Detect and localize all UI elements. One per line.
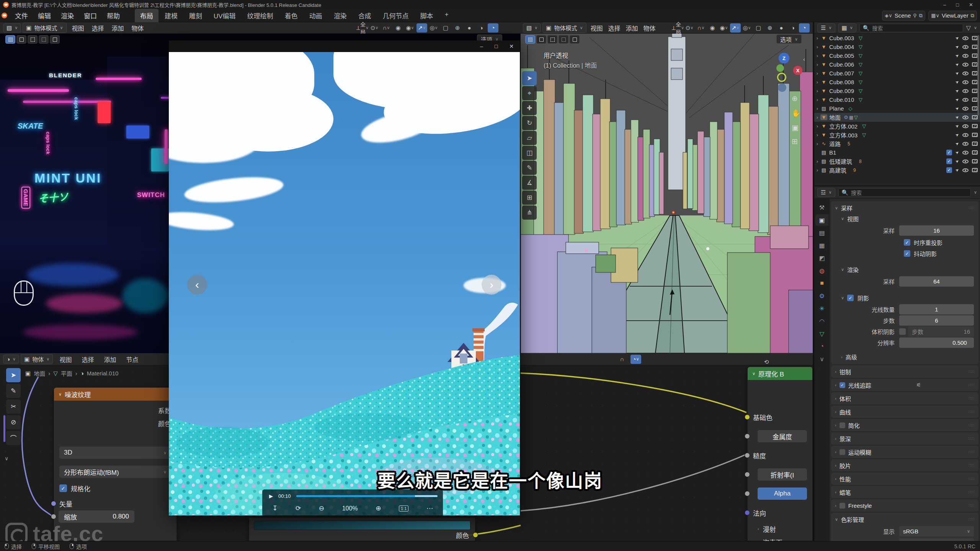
bsdf-input-row[interactable]: 糙度	[748, 446, 812, 465]
expand-icon[interactable]: ›	[814, 35, 820, 41]
visibility-eye-icon[interactable]	[962, 133, 969, 137]
expand-icon[interactable]: ›	[814, 44, 820, 50]
selectable-icon[interactable]: ➤	[954, 167, 960, 173]
select-mode-circle[interactable]	[28, 35, 38, 44]
select-mode-lasso[interactable]	[559, 35, 568, 44]
render-camera-icon[interactable]	[972, 106, 978, 111]
expand-icon[interactable]: ›	[814, 158, 820, 164]
render-camera-icon[interactable]	[972, 54, 978, 58]
gizmo-y-axis[interactable]	[776, 64, 784, 72]
properties-tab[interactable]: ∨	[815, 353, 828, 365]
copy-icon[interactable]: ⧉	[971, 13, 974, 19]
colorramp-node[interactable]: 颜色	[249, 517, 475, 541]
sidebar-collapse-icon[interactable]: ‹	[803, 56, 805, 62]
workspace-tab[interactable]: 动画	[304, 9, 328, 22]
expand-icon[interactable]: ›	[814, 114, 820, 120]
select-mode-paint[interactable]	[570, 35, 580, 44]
colorramp-output-socket[interactable]	[473, 532, 478, 538]
visibility-eye-icon[interactable]	[962, 63, 969, 67]
section-checkbox[interactable]	[840, 449, 845, 455]
zoom-in-icon[interactable]: ⊕	[376, 504, 381, 512]
render-camera-icon[interactable]	[972, 62, 978, 67]
visibility-eye-icon[interactable]	[962, 98, 969, 102]
viewport-header-icon[interactable]: ◉	[707, 23, 718, 33]
input-socket[interactable]	[745, 434, 750, 439]
expand-icon[interactable]: ›	[814, 53, 820, 59]
viewport-tool-button[interactable]: ∡	[522, 176, 537, 190]
select-mode-box[interactable]	[536, 35, 546, 44]
viewport-header-icon[interactable]: ⊙∨	[684, 23, 695, 33]
outliner-row[interactable]: › ▼ 立方体.003 ▽ ➤	[814, 130, 980, 139]
viewport-header-icon[interactable]: ∩∨	[696, 23, 706, 33]
viewport-header-icon[interactable]: ∩∨	[381, 23, 392, 33]
video-content[interactable]: ‹ › ▶ 00:10 ↧⟳⊖100%⊕1:1⋯	[169, 52, 520, 515]
property-section[interactable]: › 曲线 ∷∷	[831, 406, 978, 418]
viewport-header-icon[interactable]: ⊕	[452, 23, 463, 33]
menu-item[interactable]: 渲染	[56, 9, 79, 22]
input-socket[interactable]	[745, 414, 750, 420]
property-section[interactable]: › ✓ 光线追踪 ⚟ ∷∷	[831, 379, 978, 391]
shadows-subsection[interactable]: ∨✓阴影	[831, 292, 978, 303]
bsdf-input-row[interactable]: Alpha	[748, 484, 812, 503]
input-socket[interactable]	[745, 510, 750, 515]
advanced-subsection[interactable]: ›高级	[831, 351, 978, 362]
visibility-eye-icon[interactable]	[962, 151, 969, 155]
properties-tab[interactable]: ■	[815, 277, 828, 289]
select-mode-circle[interactable]	[547, 35, 557, 44]
render-camera-icon[interactable]	[972, 45, 978, 49]
properties-tab[interactable]: ▽	[815, 328, 828, 339]
render-camera-icon[interactable]	[972, 159, 978, 163]
toolbar-collapse-icon[interactable]: ∨	[5, 455, 8, 461]
workspace-tab[interactable]: +	[439, 9, 454, 22]
properties-tab[interactable]: ◠	[815, 315, 828, 327]
selectable-icon[interactable]: ➤	[954, 123, 960, 129]
maximize-button[interactable]: □	[495, 43, 498, 49]
property-section[interactable]: › 胶片 ∷∷	[831, 459, 978, 471]
node-tool-button[interactable]: ➤	[6, 368, 21, 382]
selectable-icon[interactable]: ➤	[954, 158, 960, 165]
property-section[interactable]: › 体积 ∷∷	[831, 392, 978, 404]
expand-icon[interactable]: ›	[814, 141, 820, 147]
render-samples-field[interactable]: 64	[899, 276, 974, 287]
snap-magnet-icon[interactable]: ∩	[617, 355, 627, 364]
expand-icon[interactable]: ›	[814, 79, 820, 85]
normalize-checkbox[interactable]: ✓	[59, 484, 67, 492]
workspace-tab[interactable]: 几何节点	[377, 9, 414, 22]
visibility-eye-icon[interactable]	[962, 36, 969, 40]
property-section[interactable]: › 景深 ∷∷	[831, 432, 978, 445]
colorramp-gradient-bar[interactable]	[254, 521, 470, 530]
zoom-out-icon[interactable]: ⊖	[319, 504, 324, 512]
property-section[interactable]: › 钳制 ∷∷	[831, 365, 978, 378]
viewport-tool-button[interactable]: ↻	[522, 116, 537, 130]
property-section[interactable]: › 运动模糊 ∷∷	[831, 446, 978, 458]
render-camera-icon[interactable]	[972, 80, 978, 84]
selectable-icon[interactable]: ➤	[954, 62, 960, 68]
viewport-header-icon[interactable]: ⊕	[764, 23, 775, 33]
render-camera-icon[interactable]	[972, 89, 978, 93]
volume-steps-field[interactable]: 步数16	[908, 326, 974, 337]
viewport-tool-button[interactable]: ⌖	[522, 86, 537, 100]
noise-node-header[interactable]: ∨噪波纹理	[54, 388, 176, 401]
gizmo-negz-axis[interactable]	[778, 83, 786, 92]
bsdf-input-row[interactable]: 法向	[748, 503, 812, 522]
viewport-menu-item[interactable]: 选择	[606, 22, 623, 34]
render-camera-icon[interactable]	[972, 71, 978, 75]
visibility-eye-icon[interactable]	[962, 160, 969, 163]
selectable-icon[interactable]: ➤	[954, 97, 960, 103]
selectable-icon[interactable]: ➤	[954, 106, 960, 112]
node-pivot-icon[interactable]: ⟲	[761, 357, 772, 367]
node-menu-item[interactable]: 视图	[54, 353, 77, 365]
volume-shadows-checkbox[interactable]	[899, 328, 906, 335]
viewport-header-icon[interactable]: ◑	[476, 23, 487, 33]
bsdf-input-row[interactable]: 基础色	[748, 408, 812, 427]
viewport-menu-item[interactable]: 物体	[128, 22, 148, 34]
minimize-button[interactable]: –	[943, 2, 946, 8]
viewport-tool-button[interactable]: ⊞	[522, 191, 537, 205]
node-menu-item[interactable]: 节点	[121, 353, 143, 365]
properties-search-input[interactable]: 🔍 搜索	[838, 188, 971, 197]
outliner-row[interactable]: › ▼ 地面 ⚙ ▦ ▽ ➤	[814, 113, 980, 122]
download-icon[interactable]: ↧	[272, 504, 278, 512]
property-section[interactable]: › Freestyle ∷∷	[831, 499, 978, 512]
menu-item[interactable]: 窗口	[79, 9, 102, 22]
dimensions-dropdown[interactable]: 3D∨	[59, 447, 171, 459]
